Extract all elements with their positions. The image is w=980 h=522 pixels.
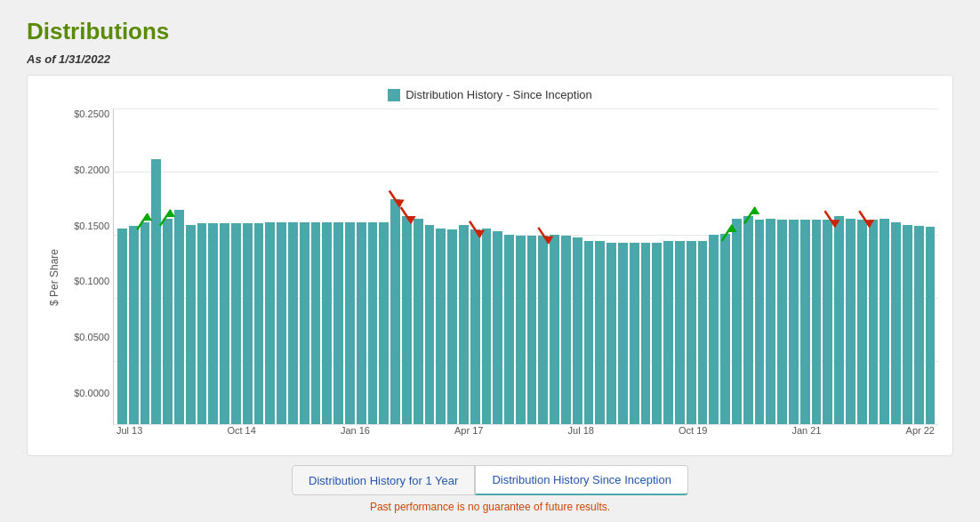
- bar: [914, 226, 924, 424]
- bar: [231, 223, 241, 424]
- x-tick: Jan 16: [341, 425, 370, 436]
- bar: [857, 220, 867, 424]
- bar: [174, 210, 184, 424]
- bar: [357, 222, 366, 424]
- bar: [926, 227, 936, 424]
- inception-tab-button[interactable]: Distribution History Since Inception: [475, 465, 688, 495]
- x-tick: Apr 17: [454, 425, 483, 436]
- y-tick: $0.2000: [74, 165, 113, 175]
- bar: [812, 220, 822, 424]
- bar: [834, 216, 844, 424]
- bar: [687, 241, 696, 424]
- bar: [208, 223, 218, 424]
- bar: [470, 229, 480, 424]
- bar: [595, 241, 605, 424]
- bar: [891, 222, 901, 424]
- bar: [846, 219, 855, 424]
- page-title: Distributions: [27, 18, 953, 45]
- chart-plot-area: [113, 108, 938, 425]
- bar: [311, 222, 321, 424]
- chart-legend: Distribution History - Since Inception: [42, 88, 938, 101]
- bar: [516, 236, 526, 424]
- year-tab-button[interactable]: Distribution History for 1 Year: [292, 465, 475, 495]
- bar: [584, 241, 594, 424]
- bar: [163, 219, 173, 424]
- bar: [220, 223, 229, 424]
- bar: [493, 231, 502, 424]
- bar: [527, 236, 537, 424]
- x-tick: Jul 18: [568, 425, 594, 436]
- bar: [186, 225, 196, 424]
- bar: [652, 243, 662, 424]
- bar: [482, 229, 492, 424]
- bar: [903, 225, 912, 424]
- bar: [606, 243, 616, 424]
- bar: [538, 236, 548, 424]
- bar: [402, 216, 412, 424]
- bar: [300, 222, 309, 424]
- bar: [755, 220, 765, 424]
- chart-inner: $0.2500$0.2000$0.1500$0.1000$0.0500$0.00…: [67, 108, 938, 446]
- grid-line: [114, 424, 938, 425]
- bar: [869, 220, 879, 424]
- y-tick: $0.1000: [74, 276, 113, 286]
- bar: [698, 241, 708, 424]
- bar: [630, 243, 639, 424]
- bar: [675, 241, 685, 424]
- bar: [288, 222, 298, 424]
- bar: [732, 219, 742, 424]
- bar: [789, 220, 799, 424]
- x-tick: Oct 14: [227, 425, 255, 436]
- legend-label: Distribution History - Since Inception: [406, 88, 592, 101]
- x-tick: Jul 13: [116, 425, 142, 436]
- bars-container: [114, 108, 938, 424]
- y-tick: $0.1500: [74, 221, 113, 231]
- disclaimer: Past performance is no guarantee of futu…: [27, 501, 953, 513]
- x-tick: Oct 19: [679, 425, 707, 436]
- bar: [743, 216, 753, 424]
- bar: [390, 199, 400, 424]
- chart-area: $ Per Share $0.2500$0.2000$0.1500$0.1000…: [42, 108, 938, 446]
- bar: [777, 220, 787, 424]
- bar: [141, 222, 150, 424]
- y-axis-label: $ Per Share: [42, 108, 67, 446]
- bar: [573, 237, 582, 424]
- bar: [766, 219, 775, 424]
- y-axis-ticks: $0.2500$0.2000$0.1500$0.1000$0.0500$0.00…: [67, 108, 113, 398]
- bar: [254, 223, 264, 424]
- bar: [345, 222, 355, 424]
- x-tick: Jan 21: [791, 425, 821, 436]
- y-tick: $0.0000: [74, 388, 113, 398]
- x-axis-labels: Jul 13Oct 14Jan 16Apr 17Jul 18Oct 19Jan …: [113, 425, 938, 446]
- bar: [197, 223, 207, 424]
- bar: [243, 223, 253, 424]
- as-of-date: As of 1/31/2022: [27, 52, 953, 66]
- bar: [129, 226, 139, 424]
- bar: [641, 243, 651, 424]
- bar: [379, 222, 389, 424]
- bar: [277, 222, 286, 424]
- y-tick: $0.0500: [74, 332, 113, 342]
- bar: [459, 225, 469, 424]
- x-tick: Apr 22: [906, 425, 935, 436]
- bar: [880, 219, 889, 424]
- bar: [447, 229, 457, 424]
- bar: [504, 235, 514, 424]
- bar: [333, 222, 343, 424]
- bar: [709, 235, 719, 424]
- bar: [322, 222, 332, 424]
- bar: [265, 222, 275, 424]
- bar: [720, 234, 730, 424]
- bar: [368, 222, 378, 424]
- bar: [425, 225, 435, 424]
- bar: [550, 235, 559, 424]
- bar: [414, 219, 423, 424]
- bar: [436, 229, 446, 424]
- bar: [117, 229, 127, 424]
- bar: [618, 243, 628, 424]
- y-tick: $0.2500: [74, 108, 113, 119]
- bar: [663, 241, 673, 424]
- chart-card: Distribution History - Since Inception $…: [27, 75, 953, 456]
- bar: [800, 220, 810, 424]
- bar: [151, 159, 161, 424]
